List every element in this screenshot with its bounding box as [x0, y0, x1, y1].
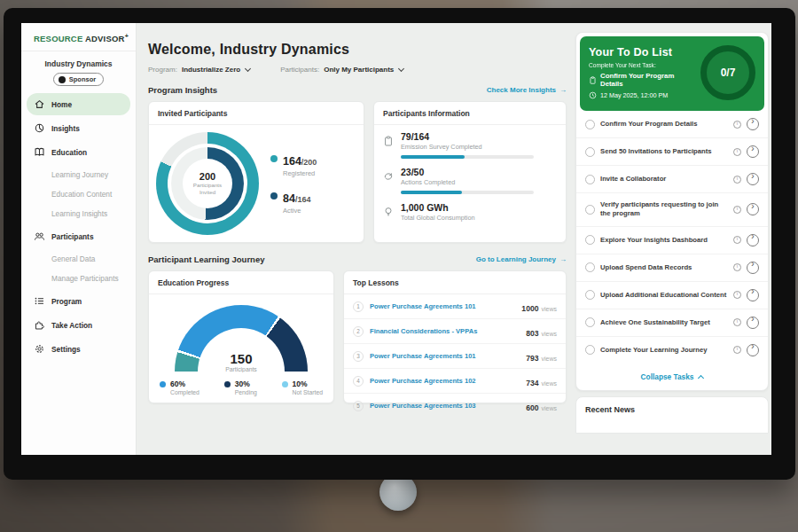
participants-information-card: Participants Information 79/164 Emission…	[373, 101, 567, 243]
education-progress-card: Education Progress 150 Participants	[148, 270, 334, 403]
stat-actions-completed: 23/50 Actions Completed	[374, 160, 566, 196]
sidebar-item-take-action[interactable]: Take Action	[27, 314, 130, 336]
chevron-right-icon[interactable]	[747, 344, 759, 356]
sidebar-item-settings[interactable]: Settings	[27, 338, 130, 360]
sidebar-item-insights[interactable]: Insights	[27, 117, 130, 139]
participants-icon	[34, 231, 45, 242]
info-icon[interactable]	[733, 121, 741, 129]
lesson-link[interactable]: Power Purchase Agreements 101	[370, 352, 520, 360]
sidebar-item-label: Education	[51, 148, 87, 157]
sidebar-item-learning-journey[interactable]: Learning Journey	[27, 165, 130, 184]
lesson-link[interactable]: Power Purchase Agreements 101	[370, 302, 515, 310]
todo-task-row: Upload Spend Data Records	[576, 254, 768, 282]
stat-total-consumption: 1,000 GWh Total Global Consumption	[374, 196, 566, 223]
arrow-right-icon	[556, 255, 567, 263]
todo-task-row: Invite a Collaborator	[576, 166, 768, 193]
sidebar-item-program[interactable]: Program	[27, 290, 130, 312]
task-checkbox[interactable]	[585, 317, 595, 327]
lesson-row: 4 Power Purchase Agreements 102 734views	[344, 369, 566, 394]
participants-filter[interactable]: Participants: Only My Participants	[280, 66, 403, 74]
chevron-right-icon[interactable]	[747, 234, 759, 246]
lesson-link[interactable]: Power Purchase Agreements 102	[370, 377, 520, 385]
info-icon[interactable]	[733, 236, 741, 244]
lesson-link[interactable]: Financial Considerations - VPPAs	[370, 327, 520, 335]
stat-emission-survey: 79/164 Emission Survey Completed	[374, 125, 566, 160]
info-icon[interactable]	[733, 318, 741, 326]
sidebar: RESOURCE ADVISOR+ Industry Dynamics Spon…	[21, 23, 137, 455]
learning-journey-header: Participant Learning Journey Go to Learn…	[148, 254, 567, 264]
sidebar-item-label: Learning Journey	[51, 170, 108, 179]
task-checkbox[interactable]	[585, 205, 595, 215]
chevron-right-icon[interactable]	[747, 145, 759, 158]
invited-participants-card: Invited Participants 200 ParticipantsInv…	[148, 101, 364, 243]
puzzle-icon	[34, 319, 45, 331]
main-content: Welcome, Industry Dynamics Program: Indu…	[137, 23, 575, 455]
sponsor-badge: Sponsor	[53, 73, 104, 86]
todo-title: Your To Do List	[589, 46, 693, 59]
monitor-frame: RESOURCE ADVISOR+ Industry Dynamics Spon…	[4, 8, 795, 480]
participants-filter-label: Participants:	[280, 66, 319, 74]
task-checkbox[interactable]	[585, 290, 595, 300]
sidebar-item-home[interactable]: Home	[27, 93, 130, 115]
lesson-row: 3 Power Purchase Agreements 101 793views	[344, 344, 566, 369]
info-icon[interactable]	[733, 346, 741, 354]
chevron-down-icon	[245, 66, 251, 72]
todo-progress-ring: 0/7	[700, 45, 755, 100]
sidebar-item-manage-participants[interactable]: Manage Participants	[27, 269, 130, 288]
todo-task-row: Send 50 Invitations to Participants	[576, 138, 768, 166]
card-title: Invited Participants	[149, 102, 364, 125]
card-title: Participants Information	[374, 102, 566, 125]
info-icon[interactable]	[733, 148, 741, 156]
legend-not-started: 10%Not Started	[282, 379, 323, 395]
brand-logo[interactable]: RESOURCE ADVISOR+	[21, 23, 136, 51]
sidebar-item-label: Participants	[51, 232, 94, 241]
info-icon[interactable]	[733, 206, 741, 214]
chevron-right-icon[interactable]	[747, 262, 759, 274]
program-filter[interactable]: Program: Industrialize Zero	[148, 66, 250, 74]
participants-filter-value: Only My Participants	[324, 66, 394, 74]
rank-badge: 5	[353, 401, 364, 411]
task-checkbox[interactable]	[585, 147, 595, 157]
sponsor-badge-label: Sponsor	[69, 75, 96, 83]
task-checkbox[interactable]	[585, 175, 595, 184]
rank-badge: 1	[353, 301, 364, 312]
sidebar-item-learning-insights[interactable]: Learning Insights	[27, 204, 130, 223]
chevron-right-icon[interactable]	[747, 173, 759, 185]
info-icon[interactable]	[733, 176, 741, 184]
completed-dot-icon	[160, 381, 166, 387]
todo-subtitle: Complete Your Next Task:	[589, 62, 693, 68]
progress-bar	[401, 191, 534, 194]
sidebar-item-education[interactable]: Education	[27, 141, 130, 163]
sidebar-item-label: Home	[51, 100, 72, 109]
sidebar-item-participants[interactable]: Participants	[27, 225, 130, 247]
program-insights-cards: Invited Participants 200 ParticipantsInv…	[148, 101, 567, 243]
go-to-learning-journey-link[interactable]: Go to Learning Journey	[476, 255, 567, 263]
legend-active: 84/164 Active	[270, 190, 317, 215]
program-filter-value: Industrialize Zero	[182, 66, 240, 74]
chevron-right-icon[interactable]	[747, 289, 759, 301]
todo-task-row: Complete Your Learning Journey	[576, 337, 768, 364]
task-checkbox[interactable]	[585, 120, 595, 129]
task-checkbox[interactable]	[585, 235, 595, 245]
info-icon[interactable]	[733, 291, 741, 299]
sidebar-item-general-data[interactable]: General Data	[27, 249, 130, 269]
chevron-right-icon[interactable]	[747, 118, 759, 130]
todo-task-row: Verify participants requesting to join t…	[576, 193, 768, 227]
collapse-tasks-link[interactable]: Collapse Tasks	[576, 364, 768, 388]
section-title-learning-journey: Participant Learning Journey	[148, 254, 264, 264]
task-checkbox[interactable]	[585, 262, 595, 272]
lesson-link[interactable]: Power Purchase Agreements 103	[370, 402, 520, 410]
not-started-dot-icon	[282, 381, 288, 387]
rank-badge: 4	[353, 376, 364, 387]
card-title: Top Lessons	[344, 271, 566, 294]
sidebar-item-label: Insights	[51, 124, 80, 133]
chevron-up-icon	[698, 375, 704, 381]
sidebar-item-education-content[interactable]: Education Content	[27, 184, 130, 204]
task-checkbox[interactable]	[585, 345, 595, 355]
info-icon[interactable]	[733, 263, 741, 271]
check-more-insights-link[interactable]: Check More Insights	[487, 86, 567, 94]
chevron-right-icon[interactable]	[747, 203, 759, 215]
actions-cycle-icon	[383, 169, 394, 180]
chevron-right-icon[interactable]	[747, 317, 759, 329]
todo-task-row: Explore Your Insights Dashboard	[576, 227, 768, 254]
